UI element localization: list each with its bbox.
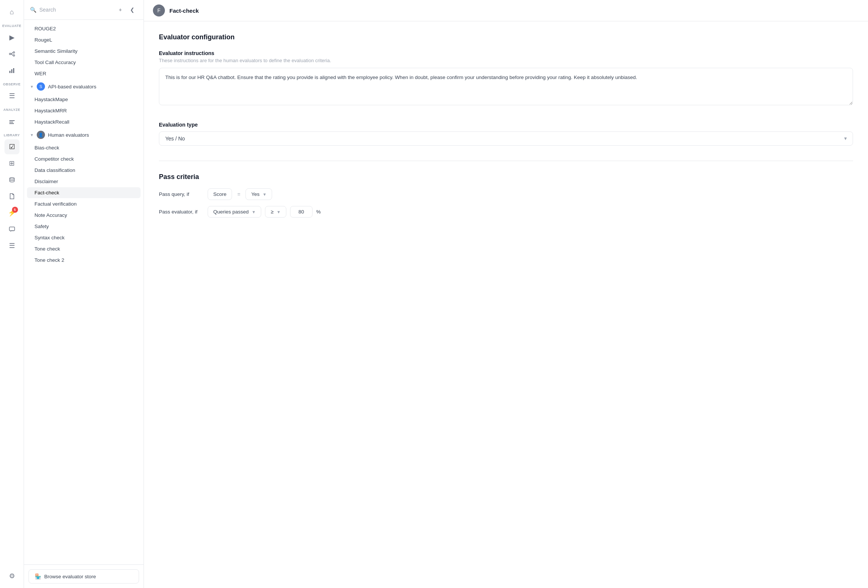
library-table-icon[interactable]: ⊞ xyxy=(4,156,19,171)
evaluator-config-title: Evaluator configuration xyxy=(159,33,853,41)
pass-evaluator-threshold-input[interactable] xyxy=(290,206,313,218)
sidebar-item-tone-check[interactable]: Tone check xyxy=(27,243,141,254)
instructions-textarea[interactable]: This is for our HR Q&A chatbot. Ensure t… xyxy=(159,68,853,105)
svg-rect-6 xyxy=(11,69,12,73)
document-icon[interactable]: ☰ xyxy=(4,238,19,253)
add-button[interactable]: + xyxy=(115,4,126,15)
sidebar-item-haystackmape[interactable]: HaystackMape xyxy=(27,94,141,105)
sidebar-item-wer[interactable]: WER xyxy=(27,68,141,79)
sidebar-item-rougel[interactable]: RougeL xyxy=(27,34,141,45)
browse-store-icon: 🏪 xyxy=(35,573,41,579)
sidebar-item-data-classification[interactable]: Data classification xyxy=(27,165,141,176)
chart-icon[interactable] xyxy=(4,63,19,78)
observe-section-label: OBSERVE xyxy=(3,82,21,86)
sidebar-item-haystackrecall[interactable]: HaystackRecall xyxy=(27,116,141,127)
sidebar-item-note-accuracy[interactable]: Note Accuracy xyxy=(27,210,141,221)
sidebar-item-disclaimer[interactable]: Disclaimer xyxy=(27,176,141,187)
eval-type-select-wrapper: Yes / No Score Category ▼ xyxy=(159,131,853,146)
evaluation-type-section: Evaluation type Yes / No Score Category … xyxy=(159,122,853,146)
human-section-label: Human evaluators xyxy=(48,132,89,138)
eval-type-label: Evaluation type xyxy=(159,122,853,128)
svg-rect-7 xyxy=(13,68,14,73)
collapse-button[interactable]: ❮ xyxy=(127,4,138,15)
svg-rect-10 xyxy=(9,123,14,124)
library-check-icon[interactable]: ☑ xyxy=(4,139,19,154)
api-chevron: ▼ xyxy=(30,85,34,89)
pass-query-score-pill[interactable]: Score xyxy=(208,188,232,200)
section-divider xyxy=(159,161,853,161)
pass-evaluator-op-text: ≥ xyxy=(271,209,273,215)
pass-query-value-dropdown[interactable]: Yes ▼ xyxy=(245,188,272,200)
sidebar-item-tone-check-2[interactable]: Tone check 2 xyxy=(27,255,141,266)
api-section-icon: S xyxy=(37,82,45,91)
home-icon[interactable]: ⌂ xyxy=(4,4,19,19)
flash-badge: 5 xyxy=(12,207,18,213)
connections-icon[interactable] xyxy=(4,46,19,61)
library-file-icon[interactable] xyxy=(4,189,19,204)
pass-evaluator-pct: % xyxy=(316,209,321,215)
sidebar-list: ROUGE2 RougeL Semantic Similarity Tool C… xyxy=(24,20,144,564)
svg-rect-8 xyxy=(9,120,15,121)
pass-criteria-title: Pass criteria xyxy=(159,173,853,181)
avatar: F xyxy=(153,4,165,16)
svg-rect-5 xyxy=(9,71,10,73)
human-chevron: ▼ xyxy=(30,133,34,137)
pass-evaluator-label: Pass evaluator, if xyxy=(159,209,204,215)
api-evaluators-section[interactable]: ▼ S API-based evaluators xyxy=(24,79,144,94)
pass-query-label: Pass query, if xyxy=(159,191,204,197)
sidebar-item-rouge2[interactable]: ROUGE2 xyxy=(27,23,141,34)
sidebar-item-factual-verification[interactable]: Factual verification xyxy=(27,198,141,209)
pass-query-score-text: Score xyxy=(213,191,226,197)
sidebar-item-haystackmrr[interactable]: HaystackMRR xyxy=(27,105,141,116)
pass-evaluator-queries-dropdown[interactable]: Queries passed ▼ xyxy=(208,206,261,218)
svg-line-3 xyxy=(11,53,13,54)
sidebar-header: 🔍 + ❮ xyxy=(24,0,144,20)
pass-query-value-text: Yes xyxy=(251,191,259,197)
sidebar-footer: 🏪 Browse evaluator store xyxy=(24,564,144,588)
observe-list-icon[interactable]: ☰ xyxy=(4,88,19,103)
sidebar-item-tool-call-accuracy[interactable]: Tool Call Accuracy xyxy=(27,57,141,68)
human-section-icon: 👤 xyxy=(37,131,45,139)
pass-evaluator-queries-text: Queries passed xyxy=(213,209,249,215)
api-section-label: API-based evaluators xyxy=(48,84,96,90)
page-title: Fact-check xyxy=(169,7,199,14)
flash-icon[interactable]: ⚡ 5 xyxy=(4,205,19,220)
search-input[interactable] xyxy=(39,7,112,13)
library-db-icon[interactable] xyxy=(4,172,19,187)
analyze-bar-icon[interactable] xyxy=(4,114,19,129)
message-icon[interactable] xyxy=(4,222,19,237)
human-evaluators-section[interactable]: ▼ 👤 Human evaluators xyxy=(24,128,144,142)
terminal-icon[interactable]: ▶ xyxy=(4,30,19,45)
settings-icon[interactable]: ⚙ xyxy=(4,569,19,584)
search-icon: 🔍 xyxy=(30,7,36,13)
sidebar-actions: + ❮ xyxy=(115,4,138,15)
sidebar: 🔍 + ❮ ROUGE2 RougeL Semantic Similarity … xyxy=(24,0,144,588)
browse-evaluator-store-button[interactable]: 🏪 Browse evaluator store xyxy=(28,569,139,584)
eval-type-select[interactable]: Yes / No Score Category xyxy=(159,131,853,146)
pass-criteria-section: Pass criteria Pass query, if Score = Yes… xyxy=(159,173,853,218)
instructions-label: Evaluator instructions xyxy=(159,50,853,56)
pass-query-equals: = xyxy=(236,191,242,197)
sidebar-item-safety[interactable]: Safety xyxy=(27,221,141,232)
pass-evaluator-op-dropdown[interactable]: ≥ ▼ xyxy=(265,206,286,218)
main-header: F Fact-check xyxy=(144,0,868,21)
main-body: Evaluator configuration Evaluator instru… xyxy=(144,21,868,588)
svg-point-0 xyxy=(9,53,11,55)
evaluate-section-label: EVALUATE xyxy=(2,24,21,28)
pass-query-row: Pass query, if Score = Yes ▼ xyxy=(159,188,853,200)
sidebar-item-competitor-check[interactable]: Competitor check xyxy=(27,154,141,164)
svg-rect-9 xyxy=(9,122,13,122)
sidebar-item-bias-check[interactable]: Bias-check xyxy=(27,142,141,153)
analyze-section-label: ANALYZE xyxy=(3,108,20,112)
sidebar-item-fact-check[interactable]: Fact-check xyxy=(27,187,141,198)
pass-query-chevron-icon: ▼ xyxy=(263,192,267,197)
sidebar-item-syntax-check[interactable]: Syntax check xyxy=(27,232,141,243)
svg-line-4 xyxy=(11,54,13,55)
evaluator-config-section: Evaluator configuration Evaluator instru… xyxy=(159,33,853,107)
svg-rect-12 xyxy=(9,227,15,231)
svg-point-2 xyxy=(13,55,15,56)
instructions-desc: These instructions are for the human eva… xyxy=(159,58,853,63)
sidebar-item-semantic-similarity[interactable]: Semantic Similarity xyxy=(27,46,141,57)
library-section-label: LIBRARY xyxy=(4,133,20,137)
main-content: F Fact-check Evaluator configuration Eva… xyxy=(144,0,868,588)
